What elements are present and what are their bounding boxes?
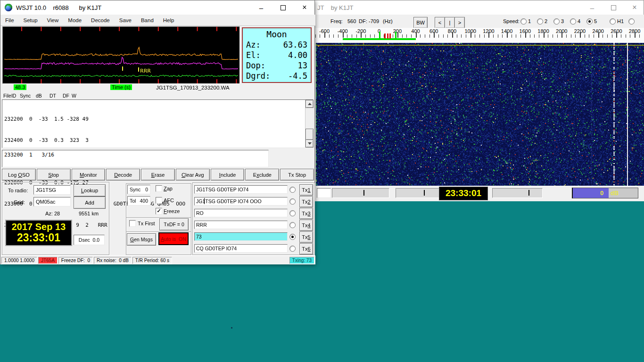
exclude-button[interactable]: Exclude — [245, 169, 279, 181]
tx5-button[interactable]: Tx5 — [299, 231, 313, 243]
tx4-radio[interactable] — [289, 222, 296, 228]
speed-radio-4[interactable] — [570, 18, 576, 25]
tx6-radio[interactable] — [289, 246, 296, 252]
dsec-box[interactable]: Dsec 0.0 — [74, 235, 105, 245]
auto-on-button[interactable]: Auto is ON — [158, 232, 189, 245]
speed-radio-1[interactable] — [520, 18, 527, 25]
grid-input[interactable]: QM05ac — [33, 197, 71, 206]
tol-box[interactable]: Tol400 — [127, 196, 150, 206]
tx3-message-input[interactable]: RO — [194, 209, 288, 217]
tx1-message-input[interactable]: JG1TSG GD0TEP IO74 — [194, 185, 288, 194]
speed-radio-3[interactable] — [553, 18, 560, 25]
freeze-checkbox[interactable] — [156, 208, 162, 214]
nav-right-button[interactable]: > — [454, 17, 465, 28]
menu-file[interactable]: File — [0, 16, 19, 25]
desktop-artifact-dot — [231, 327, 232, 329]
level-meter-unit: dB — [611, 189, 619, 197]
distance-text: 9551 km — [79, 211, 99, 216]
tx1-radio[interactable] — [289, 187, 296, 193]
bw-button[interactable]: BW — [413, 17, 428, 28]
tx3-radio[interactable] — [289, 210, 296, 216]
nav-center-button[interactable]: | — [445, 17, 455, 28]
log-qso-button[interactable]: Log QSO — [2, 169, 36, 181]
scrollbar-thumb[interactable] — [305, 129, 314, 140]
scroll-down-button[interactable] — [305, 140, 314, 148]
close-button[interactable]: × — [294, 0, 315, 15]
wav-file-name: JG1TSG_170913_233200.WA — [156, 85, 230, 90]
tx2-message-input[interactable]: JG1TSG GD0TEP IO74 OOO — [194, 197, 288, 206]
minimize-button[interactable]: – — [581, 0, 603, 15]
menu-decode[interactable]: Decode — [86, 16, 115, 25]
speed-radio-partial[interactable] — [628, 18, 635, 25]
menu-save[interactable]: Save — [115, 16, 136, 25]
decode-text-area[interactable]: 232200 0 -33 1.5 -328 49 232400 0 -33 0.… — [2, 99, 314, 148]
speed-option-label: 1 — [528, 18, 531, 24]
tx4-message-input[interactable]: RRR — [194, 221, 288, 229]
maximize-icon — [611, 5, 616, 10]
speed-option-label: 3 — [561, 18, 564, 24]
nav-left-button[interactable]: < — [435, 17, 445, 28]
lookup-button[interactable]: Lookup — [74, 184, 106, 197]
close-button[interactable]: × — [624, 0, 644, 15]
level-meter-value: 0 — [600, 189, 603, 197]
wsjt-titlebar[interactable]: WSJT 10.0 r6088 by K1JT – × — [0, 0, 314, 15]
menu-view[interactable]: View — [42, 16, 64, 25]
menu-help[interactable]: Help — [158, 16, 179, 25]
speed-radio-2[interactable] — [537, 18, 543, 25]
scroll-up-button[interactable] — [305, 100, 314, 108]
stop-button[interactable]: Stop — [37, 169, 71, 181]
decode-button[interactable]: Decode — [106, 169, 140, 181]
tx5-message-input[interactable]: 73 — [194, 232, 288, 241]
freq-scale-tick — [479, 34, 480, 38]
tx2-radio[interactable] — [289, 198, 296, 205]
afc-checkbox[interactable] — [156, 197, 162, 204]
status-mode-badge: JT65A — [38, 257, 58, 264]
minimize-button[interactable]: – — [250, 0, 272, 15]
freq-scale-tick — [498, 34, 498, 38]
gain-slider-1[interactable] — [332, 188, 389, 198]
average-text-area[interactable]: 233200 1 3/16 — [2, 150, 269, 167]
plot-left-value: 48.3 — [14, 84, 26, 90]
slider-thumb[interactable] — [424, 190, 425, 196]
arrow-down-icon — [308, 142, 312, 145]
specjt-titlebar[interactable]: JT by K1JT – × — [309, 0, 644, 15]
zap-checkbox[interactable] — [156, 185, 162, 192]
freq-scale-tick — [548, 34, 548, 38]
tx5-radio[interactable] — [289, 234, 296, 240]
speed-radio-5[interactable] — [586, 18, 593, 25]
speed-option-label: H1 — [617, 18, 624, 24]
add-button[interactable]: Add — [74, 197, 106, 209]
tx-stop-button[interactable]: Tx Stop — [280, 169, 314, 181]
tx4-button[interactable]: Tx4 — [299, 220, 313, 231]
waterfall-display[interactable] — [316, 43, 644, 186]
freeze-label: Freeze — [164, 208, 180, 214]
erase-button[interactable]: Erase — [141, 169, 175, 181]
freq-scale-tick — [356, 34, 357, 38]
tx2-button[interactable]: Tx2 — [299, 196, 313, 207]
slider-thumb[interactable] — [528, 190, 529, 196]
gain-slider-3[interactable] — [492, 188, 543, 198]
maximize-button[interactable] — [603, 0, 624, 15]
tx6-message-input[interactable]: CQ GD0TEP IO74 — [194, 244, 288, 253]
include-button[interactable]: Include — [211, 169, 245, 181]
clear-avg-button[interactable]: Clear Avg — [176, 169, 210, 181]
freq-scale-tick — [607, 34, 608, 38]
freq-scale-tick — [630, 34, 630, 38]
tx-first-checkbox[interactable] — [129, 220, 136, 227]
to-radio-input[interactable]: JG1TSG — [33, 185, 71, 195]
maximize-button[interactable] — [272, 0, 294, 15]
menu-band[interactable]: Band — [136, 16, 158, 25]
tx6-button[interactable]: Tx6 — [299, 243, 313, 255]
gen-msgs-button[interactable]: Gen Msgs — [127, 233, 156, 246]
speed-radio-h1[interactable] — [610, 18, 616, 25]
tx1-button[interactable]: Tx1 — [299, 184, 313, 196]
menu-setup[interactable]: Setup — [19, 16, 42, 25]
menu-mode[interactable]: Mode — [63, 16, 86, 25]
scrollbar[interactable] — [305, 100, 313, 148]
slider-thumb[interactable] — [363, 190, 364, 196]
tx3-button[interactable]: Tx3 — [299, 208, 313, 219]
sync-box[interactable]: Sync0 — [127, 185, 150, 194]
txdf-button[interactable]: TxDF = 0 — [159, 218, 189, 230]
freq-scale-tick — [488, 32, 489, 38]
monitor-button[interactable]: Monitor — [72, 169, 106, 181]
